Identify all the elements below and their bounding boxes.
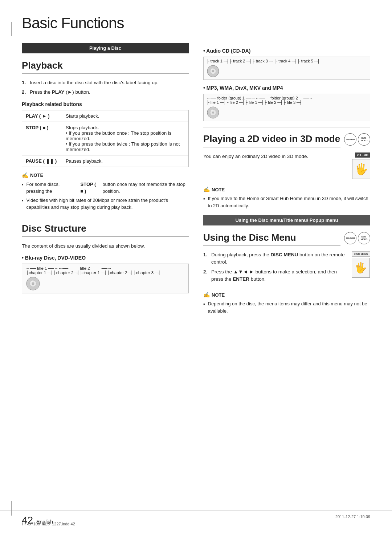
left-column: Playing a Disc Playback 1. Insert a disc… [22,43,189,320]
disc-step-2: 2. Press the ▲▼◄ ► buttons to make a sel… [203,268,348,283]
svg-point-10 [212,112,214,114]
2d-3d-badge: 2D→3D [355,152,370,158]
playback-note-section: NOTE For some discs, pressing the STOP (… [22,172,189,211]
disc-icon-mp3 [207,106,367,119]
svg-point-2 [32,282,34,285]
page: Basic Functions Playing a Disc Playback … [0,0,392,537]
disc-note-section: NOTE Depending on the disc, the menu ite… [203,292,370,314]
mp3-diagram: ←── folder (group) 1 ──→←── folder (grou… [203,94,370,121]
bluray-label: • Blu-ray Disc, DVD-VIDEO [22,255,189,261]
hand-icon-disc: 🖐 [352,258,370,278]
main-title: Basic Functions [22,15,370,32]
diagram-row-1: ←── title 1 ──→←── title 2 ──→ [26,266,185,270]
step-1: 1. Insert a disc into the disc slot with… [22,79,189,86]
stop-button-cell: STOP ( ■ ) [22,122,62,155]
list-item: Depending on the disc, the menu items ma… [203,300,370,314]
mp3-label: • MP3, WMA, DivX, MKV and MP4 [203,85,370,91]
footer-right: 2011-12-27 1:19:09 [335,514,370,526]
diagram-folder-row1: ←── folder (group) 1 ──→←── folder (grou… [207,96,367,100]
stop-desc-cell: Stops playback. • If you press the butto… [62,122,189,155]
bd-rom-badge: BD-ROM [344,133,356,146]
disc-structure-title: Disc Structure [22,223,189,237]
diagram-row-2: ├chapter 1 ─┤├chapter 2─┤├chapter 1 ─┤├c… [26,270,185,275]
playing-disc-bar: Playing a Disc [22,43,189,53]
playback-title: Playback [22,60,189,74]
disc-menu-steps: 1. During playback, press the DISC MENU … [203,251,348,288]
pause-button-cell: PAUSE ( ❚❚ ) [22,155,62,167]
note-2d-title: NOTE [203,186,370,193]
note-list: For some discs, pressing the STOP ( ■ ) … [22,181,189,211]
bluray-diagram: ←── title 1 ──→←── title 2 ──→ ├chapter … [22,264,189,293]
button-table: PLAY ( ► ) Starts playback. STOP ( ■ ) S… [22,110,189,167]
disc-dvd-video-badge: DVD-VIDEO [358,232,370,244]
playback-steps: 1. Insert a disc into the disc slot with… [22,79,189,96]
playing-2d-body: You can enjoy an ordinary 2D video in 3D… [203,152,348,160]
diagram-row: ├ track 1 ─┤├ track 2 ─┤├ track 3 ─┤├ tr… [207,59,367,63]
table-row: PAUSE ( ❚❚ ) Pauses playback. [22,155,189,167]
disc-image [26,276,185,291]
diagram-folder-row2: ├ file 1 ─┤├ file 2 ─┤├ file 1 ─┤├ file … [207,100,367,105]
list-item: If you move to the Home or Smart Hub Hom… [203,195,370,209]
audio-cd-label: • Audio CD (CD-DA) [203,48,370,54]
play-button-label: PLAY [52,89,65,95]
disc-note-title: NOTE [203,292,370,298]
disc-structure-body: The content of discs are usually divided… [22,242,189,250]
table-row: STOP ( ■ ) Stops playback. • If you pres… [22,122,189,155]
disc-note-list: Depending on the disc, the menu items ma… [203,300,370,314]
note-2d-list: If you move to the Home or Smart Hub Hom… [203,195,370,209]
list-item: For some discs, pressing the STOP ( ■ ) … [22,181,189,195]
footer-filename: HT-D7100_ELS_1227.indd 42 [22,522,75,526]
audio-cd-diagram: ├ track 1 ─┤├ track 2 ─┤├ track 3 ─┤├ tr… [203,57,370,80]
list-item: Video files with high bit rates of 20Mbp… [22,197,189,211]
disc-bd-rom-badge: BD-ROM [344,232,356,244]
using-disc-menu-title: Using the Disc Menu [203,232,340,246]
disc-icon [207,65,367,78]
playing-2d-title: Playing a 2D video in 3D mode [203,133,340,147]
table-row: PLAY ( ► ) Starts playback. [22,110,189,122]
disc-menu-bar: Using the Disc menu/Title menu/ Popup me… [203,215,370,225]
two-column-layout: Playing a Disc Playback 1. Insert a disc… [22,43,370,320]
playback-related-title: Playback related buttons [22,101,189,107]
hand-icon-area: 2D→3D 🖐 [352,152,370,179]
play-desc-cell: Starts playback. [62,110,189,122]
note-2d-section: NOTE If you move to the Home or Smart Hu… [203,186,370,209]
badge-row: BD-ROM DVD-VIDEO [344,133,370,146]
disc-menu-numbered-list: 1. During playback, press the DISC MENU … [203,251,348,283]
note-title: NOTE [22,172,189,179]
play-button-cell: PLAY ( ► ) [22,110,62,122]
2d-body-row: You can enjoy an ordinary 2D video in 3D… [203,152,370,183]
svg-point-6 [212,70,214,72]
disc-step-1: 1. During playback, press the DISC MENU … [203,251,348,266]
dvd-video-badge: DVD-VIDEO [358,133,370,146]
step-2: 2. Press the PLAY (►) button. [22,89,189,96]
disc-menu-badges: BD-ROM DVD-VIDEO [344,232,370,244]
disc-menu-hand-icon: DISC MENU 🖐 [352,251,370,278]
disc-menu-header-row: Using the Disc Menu BD-ROM DVD-VIDEO [203,232,370,251]
hand-icon: 🖐 [352,159,370,179]
separator-right [203,127,370,127]
separator [22,217,189,217]
right-column: • Audio CD (CD-DA) ├ track 1 ─┤├ track 2… [203,43,370,320]
pause-desc-cell: Pauses playback. [62,155,189,167]
disc-menu-content: 1. During playback, press the DISC MENU … [203,251,370,288]
